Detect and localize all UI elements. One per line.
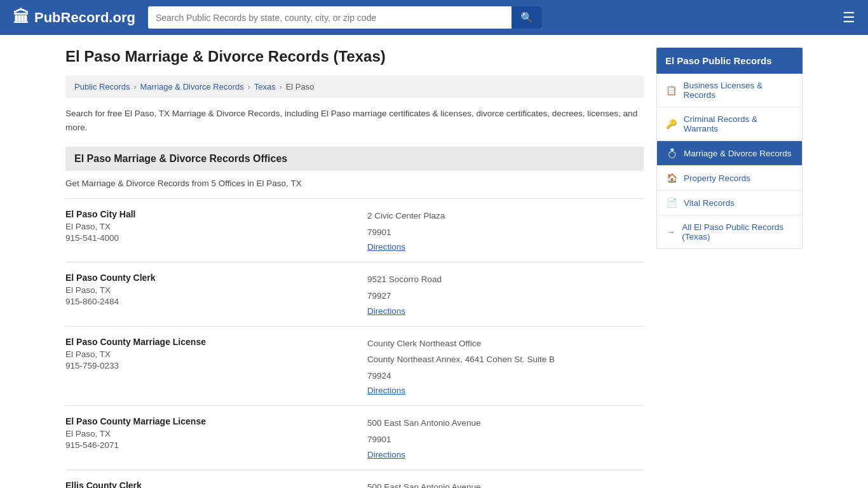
- office-entry: El Paso City Hall El Paso, TX 915-541-40…: [65, 198, 644, 262]
- breadcrumb: Public Records › Marriage & Divorce Reco…: [65, 76, 644, 98]
- office-left: Ellis County Clerk: [65, 480, 342, 488]
- logo-text: PubRecord.org: [34, 10, 135, 26]
- offices-description: Get Marriage & Divorce Records from 5 Of…: [65, 179, 644, 188]
- sidebar-item-3[interactable]: 🏠 Property Records: [657, 166, 802, 191]
- directions-link[interactable]: Directions: [367, 306, 405, 316]
- sidebar-item-label: Business Licenses & Records: [683, 81, 793, 100]
- office-zip: 79901: [367, 226, 644, 240]
- office-right: 2 Civic Center Plaza 79901 Directions: [355, 209, 644, 252]
- office-address-line: 500 East San Antonio Avenue: [367, 416, 644, 430]
- office-entry: Ellis County Clerk 500 East San Antonio …: [65, 470, 644, 488]
- sidebar-item-label: Property Records: [684, 173, 750, 183]
- main-container: El Paso Marriage & Divorce Records (Texa…: [53, 35, 815, 488]
- section-header: El Paso Marriage & Divorce Records Offic…: [65, 147, 644, 171]
- sidebar-item-2[interactable]: 💍 Marriage & Divorce Records: [657, 141, 802, 166]
- office-phone: 915-759-0233: [65, 361, 342, 370]
- hamburger-icon: ☰: [843, 10, 855, 25]
- breadcrumb-public-records[interactable]: Public Records: [74, 82, 130, 92]
- site-header: 🏛 PubRecord.org 🔍 ☰: [0, 0, 868, 35]
- office-address-line: County Northeast Annex, 4641 Cohen St. S…: [367, 353, 644, 367]
- logo[interactable]: 🏛 PubRecord.org: [13, 8, 135, 27]
- briefcase-icon: 📋: [666, 85, 677, 95]
- sidebar-item-5[interactable]: → All El Paso Public Records (Texas): [657, 215, 802, 248]
- office-left: El Paso City Hall El Paso, TX 915-541-40…: [65, 209, 342, 252]
- sidebar-menu: 📋 Business Licenses & Records 🔑 Criminal…: [656, 74, 803, 249]
- offices-list: El Paso City Hall El Paso, TX 915-541-40…: [65, 198, 644, 488]
- breadcrumb-el-paso: El Paso: [286, 82, 315, 92]
- office-name: El Paso County Marriage License: [65, 416, 342, 426]
- office-right: 9521 Socorro Road 79927 Directions: [355, 273, 644, 315]
- directions-link[interactable]: Directions: [367, 242, 405, 252]
- search-bar: 🔍: [148, 6, 542, 29]
- page-description: Search for free El Paso, TX Marriage & D…: [65, 107, 644, 134]
- office-phone: 915-546-2071: [65, 440, 342, 450]
- breadcrumb-sep-1: ›: [133, 83, 136, 92]
- office-zip: 79927: [367, 289, 644, 303]
- office-address-line: 9521 Socorro Road: [367, 273, 644, 287]
- directions-link[interactable]: Directions: [367, 386, 405, 395]
- office-city-state: El Paso, TX: [65, 429, 342, 438]
- key-icon: 🔑: [666, 119, 677, 129]
- page-title: El Paso Marriage & Divorce Records (Texa…: [65, 48, 644, 65]
- sidebar-item-label: Marriage & Divorce Records: [684, 149, 792, 158]
- breadcrumb-marriage-divorce[interactable]: Marriage & Divorce Records: [140, 82, 243, 92]
- office-city-state: El Paso, TX: [65, 285, 342, 295]
- sidebar-title: El Paso Public Records: [656, 48, 803, 74]
- breadcrumb-sep-2: ›: [248, 83, 250, 92]
- sidebar-item-label: All El Paso Public Records (Texas): [682, 222, 793, 241]
- directions-link[interactable]: Directions: [367, 450, 405, 459]
- breadcrumb-sep-3: ›: [280, 83, 282, 92]
- sidebar-item-4[interactable]: 📄 Vital Records: [657, 191, 802, 215]
- sidebar-item-1[interactable]: 🔑 Criminal Records & Warrants: [657, 107, 802, 141]
- sidebar-item-0[interactable]: 📋 Business Licenses & Records: [657, 74, 802, 107]
- search-button[interactable]: 🔍: [512, 6, 542, 29]
- office-zip: 79901: [367, 433, 644, 447]
- logo-icon: 🏛: [13, 8, 29, 27]
- office-left: El Paso County Marriage License El Paso,…: [65, 416, 342, 459]
- office-left: El Paso County Clerk El Paso, TX 915-860…: [65, 273, 342, 315]
- rings-icon: 💍: [666, 148, 677, 158]
- document-icon: 📄: [666, 198, 677, 208]
- office-right: County Clerk Northeast OfficeCounty Nort…: [355, 337, 644, 396]
- hamburger-button[interactable]: ☰: [843, 10, 855, 26]
- office-name: El Paso City Hall: [65, 209, 342, 219]
- office-name: El Paso County Clerk: [65, 273, 342, 283]
- office-city-state: El Paso, TX: [65, 349, 342, 359]
- content-area: El Paso Marriage & Divorce Records (Texa…: [65, 48, 644, 488]
- office-name: Ellis County Clerk: [65, 480, 342, 488]
- search-input[interactable]: [148, 8, 512, 28]
- office-name: El Paso County Marriage License: [65, 337, 342, 347]
- office-left: El Paso County Marriage License El Paso,…: [65, 337, 342, 396]
- office-phone: 915-860-2484: [65, 297, 342, 306]
- arrow-icon: →: [666, 227, 675, 237]
- office-zip: 79924: [367, 369, 644, 383]
- office-city-state: El Paso, TX: [65, 222, 342, 231]
- sidebar-item-label: Criminal Records & Warrants: [684, 114, 793, 133]
- office-entry: El Paso County Marriage License El Paso,…: [65, 326, 644, 406]
- sidebar: El Paso Public Records 📋 Business Licens…: [656, 48, 803, 488]
- sidebar-item-label: Vital Records: [684, 198, 735, 208]
- office-right: 500 East San Antonio Avenue Directions: [355, 480, 644, 488]
- office-address-line: County Clerk Northeast Office: [367, 337, 644, 351]
- breadcrumb-texas[interactable]: Texas: [254, 82, 276, 92]
- office-entry: El Paso County Marriage License El Paso,…: [65, 405, 644, 469]
- search-icon: 🔍: [520, 12, 533, 23]
- office-address-line: 2 Civic Center Plaza: [367, 209, 644, 223]
- office-phone: 915-541-4000: [65, 233, 342, 243]
- office-entry: El Paso County Clerk El Paso, TX 915-860…: [65, 262, 644, 325]
- office-right: 500 East San Antonio Avenue 79901 Direct…: [355, 416, 644, 459]
- home-icon: 🏠: [666, 173, 677, 183]
- office-address-line: 500 East San Antonio Avenue: [367, 480, 644, 488]
